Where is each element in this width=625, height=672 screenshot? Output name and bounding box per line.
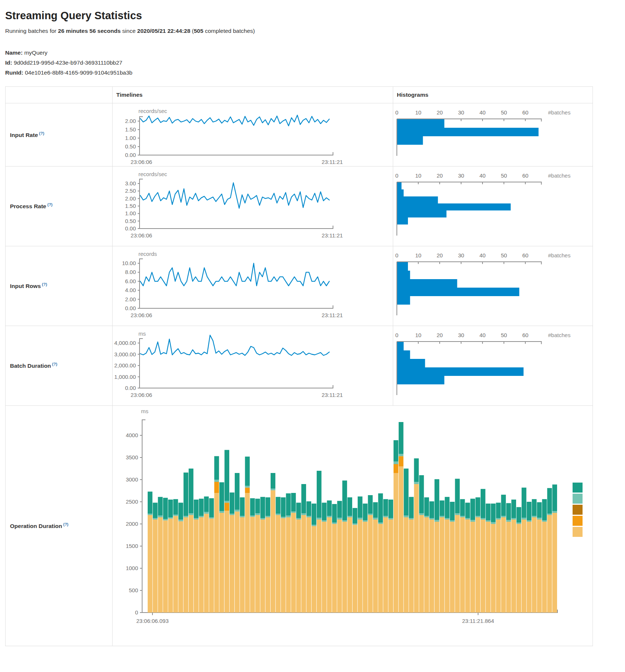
runid-label: RunId: [5, 69, 23, 76]
svg-text:23:11:21: 23:11:21 [322, 232, 343, 239]
svg-text:23:06:06: 23:06:06 [131, 312, 152, 318]
histogram-cell: 0102030405060#batches [393, 246, 593, 326]
corner-cell [6, 87, 113, 103]
svg-text:#batches: #batches [548, 172, 571, 179]
start-time: 2020/05/21 22:44:28 [137, 28, 190, 34]
input-rows-histogram: 0102030405060#batches [393, 246, 593, 326]
query-id: 9d0dd219-995d-423e-b97d-36931110bb27 [12, 59, 123, 66]
timeline-cell: records/sec3.002.502.001.501.000.500.002… [113, 167, 393, 246]
operation-duration-cell: ms4000350030002500200015001000500023:06:… [113, 406, 593, 646]
table-row-input-rows: Input Rows(?) records10.008.006.004.002.… [6, 246, 593, 326]
help-icon[interactable]: (?) [47, 202, 52, 207]
legend-swatch-tan [573, 527, 583, 537]
svg-text:0: 0 [395, 332, 398, 338]
batch-duration-timeline-chart: ms4,000.003,000.002,000.001,000.000.0023… [113, 326, 393, 405]
svg-text:4000: 4000 [126, 432, 138, 438]
svg-text:23:06:06: 23:06:06 [131, 232, 152, 239]
svg-text:23:06:06.093: 23:06:06.093 [136, 618, 169, 624]
svg-text:2,000.00: 2,000.00 [114, 362, 136, 368]
legend-swatch-brown [573, 505, 583, 515]
col-header-histograms: Histograms [393, 87, 593, 103]
svg-text:1.50: 1.50 [125, 203, 136, 209]
name-label: Name: [5, 49, 23, 56]
svg-text:0.00: 0.00 [125, 305, 136, 311]
help-icon[interactable]: (?) [42, 282, 47, 287]
table-row-process-rate: Process Rate(?) records/sec3.002.502.001… [6, 167, 593, 246]
svg-text:23:11:21: 23:11:21 [322, 159, 343, 165]
svg-text:50: 50 [501, 172, 507, 179]
svg-text:30: 30 [458, 172, 464, 179]
svg-text:500: 500 [129, 587, 138, 593]
svg-text:records/sec: records/sec [138, 171, 167, 177]
process-rate-timeline-chart: records/sec3.002.502.001.501.000.500.002… [113, 167, 393, 246]
row-label-batch-duration: Batch Duration(?) [6, 326, 113, 406]
svg-text:records: records [138, 251, 157, 257]
svg-text:1.50: 1.50 [125, 126, 136, 133]
svg-text:0.50: 0.50 [125, 218, 136, 224]
row-label-input-rows: Input Rows(?) [6, 246, 113, 326]
svg-text:1.00: 1.00 [125, 135, 136, 141]
query-metadata: Name: myQuery Id: 9d0dd219-995d-423e-b97… [5, 48, 625, 78]
legend-swatch-orange [573, 516, 583, 526]
timeline-cell: records10.008.006.004.002.000.0023:06:06… [113, 246, 393, 326]
timeline-cell: ms4,000.003,000.002,000.001,000.000.0023… [113, 326, 393, 406]
svg-text:40: 40 [480, 332, 486, 338]
svg-text:2.00: 2.00 [125, 118, 136, 124]
svg-text:50: 50 [501, 252, 507, 258]
query-runid: 04e101e6-8bf8-4165-9099-9104c951ba3b [23, 69, 133, 76]
svg-text:1500: 1500 [126, 543, 138, 549]
query-name: myQuery [23, 49, 47, 56]
running-duration: 26 minutes 56 seconds [58, 28, 121, 34]
svg-text:50: 50 [501, 332, 507, 338]
svg-text:4.00: 4.00 [125, 287, 136, 293]
help-icon[interactable]: (?) [63, 522, 68, 527]
input-rows-timeline-chart: records10.008.006.004.002.000.0023:06:06… [113, 246, 393, 326]
completed-batch-count: 505 [194, 28, 203, 34]
svg-text:2.00: 2.00 [125, 195, 136, 202]
svg-text:3,000.00: 3,000.00 [114, 351, 136, 357]
svg-text:20: 20 [437, 252, 443, 258]
status-line: Running batches for 26 minutes 56 second… [5, 28, 625, 34]
id-label: Id: [5, 59, 12, 66]
svg-text:#batches: #batches [548, 252, 571, 258]
svg-text:records/sec: records/sec [138, 108, 167, 114]
svg-text:40: 40 [480, 252, 486, 258]
svg-text:60: 60 [522, 252, 529, 258]
help-icon[interactable]: (?) [39, 131, 44, 136]
svg-text:30: 30 [458, 332, 464, 338]
histogram-cell: 0102030405060#batches [393, 326, 593, 406]
histogram-cell: 0102030405060#batches [393, 167, 593, 246]
svg-text:10: 10 [415, 332, 422, 338]
histogram-cell: 0102030405060#batches [393, 103, 593, 167]
svg-text:10: 10 [415, 109, 422, 116]
svg-text:3.00: 3.00 [125, 180, 136, 186]
table-row-operation-duration: Operation Duration(?) ms4000350030002500… [6, 406, 593, 646]
svg-text:60: 60 [522, 172, 529, 179]
svg-text:8.00: 8.00 [125, 269, 136, 275]
svg-text:1000: 1000 [126, 565, 138, 571]
statistics-table: Timelines Histograms Input Rate(?) recor… [5, 86, 593, 646]
svg-text:2500: 2500 [126, 498, 138, 505]
svg-text:4,000.00: 4,000.00 [114, 340, 136, 346]
svg-text:50: 50 [501, 109, 507, 116]
svg-text:10: 10 [415, 172, 422, 179]
svg-text:#batches: #batches [548, 332, 571, 338]
svg-text:23:06:06: 23:06:06 [131, 159, 152, 165]
svg-text:0: 0 [135, 609, 138, 616]
svg-text:23:06:06: 23:06:06 [131, 392, 152, 398]
svg-text:3500: 3500 [126, 454, 138, 460]
svg-text:20: 20 [437, 332, 443, 338]
legend-swatch-light_teal [573, 494, 583, 504]
svg-text:ms: ms [141, 408, 148, 414]
svg-text:10.00: 10.00 [122, 260, 136, 266]
svg-text:0: 0 [395, 172, 398, 179]
help-icon[interactable]: (?) [52, 362, 57, 366]
svg-text:1.00: 1.00 [125, 210, 136, 216]
query-id-line: Id: 9d0dd219-995d-423e-b97d-36931110bb27 [5, 58, 625, 68]
table-row-batch-duration: Batch Duration(?) ms4,000.003,000.002,00… [6, 326, 593, 406]
svg-text:3000: 3000 [126, 476, 138, 483]
svg-text:0.00: 0.00 [125, 225, 136, 232]
row-label-operation-duration: Operation Duration(?) [6, 406, 113, 646]
row-label-process-rate: Process Rate(?) [6, 167, 113, 246]
svg-text:0: 0 [395, 109, 398, 116]
